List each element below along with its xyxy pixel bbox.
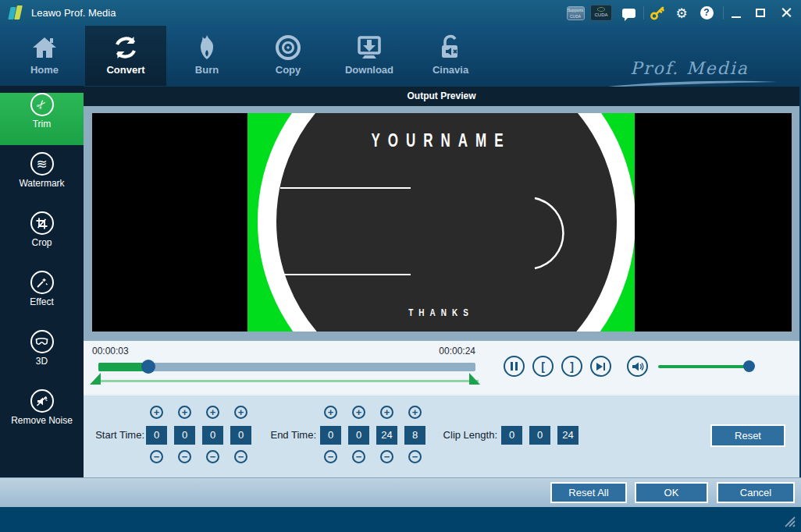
progress-fill bbox=[98, 363, 147, 371]
sidebar-item-watermark[interactable]: ≋ Watermark bbox=[0, 152, 84, 204]
start-hours-value[interactable]: 0 bbox=[146, 426, 167, 445]
tab-label: Burn bbox=[166, 64, 247, 76]
increment-button[interactable]: + bbox=[352, 406, 365, 419]
tab-convert[interactable]: Convert bbox=[85, 26, 166, 86]
copy-disc-icon bbox=[273, 33, 303, 62]
increment-button[interactable]: + bbox=[380, 406, 393, 419]
tab-home[interactable]: Home bbox=[4, 26, 85, 86]
decrement-button[interactable]: − bbox=[178, 450, 191, 463]
progress-thumb[interactable] bbox=[141, 360, 155, 374]
increment-button[interactable]: + bbox=[234, 406, 247, 419]
end-minutes-value[interactable]: 0 bbox=[348, 426, 369, 445]
play-clip-icon bbox=[596, 363, 605, 371]
tab-cinavia[interactable]: Cinavia bbox=[410, 26, 491, 86]
cinavia-unlock-icon bbox=[436, 33, 465, 62]
effect-wand-icon bbox=[30, 271, 54, 294]
tab-copy[interactable]: Copy bbox=[247, 26, 329, 86]
trim-range-track bbox=[94, 380, 479, 382]
cancel-button[interactable]: Cancel bbox=[717, 482, 795, 503]
increment-button[interactable]: + bbox=[178, 406, 191, 419]
sidebar-item-remove-noise[interactable]: Remove Noise bbox=[0, 389, 84, 442]
end-frames-value[interactable]: 8 bbox=[404, 426, 425, 445]
output-preview-header: Output Preview bbox=[84, 87, 799, 106]
sidebar-item-crop[interactable]: Crop bbox=[0, 211, 84, 264]
trim-end-handle[interactable] bbox=[469, 373, 480, 385]
convert-icon bbox=[111, 33, 141, 62]
decrement-button[interactable]: − bbox=[206, 450, 219, 463]
status-footer bbox=[0, 507, 801, 532]
video-name-text: YOURNAME bbox=[247, 130, 635, 153]
nvidia-eye-icon bbox=[597, 7, 605, 12]
decrement-button[interactable]: − bbox=[150, 450, 163, 463]
feedback-chat-icon[interactable] bbox=[621, 0, 636, 26]
pause-button[interactable] bbox=[504, 356, 525, 377]
titlebar-separator bbox=[723, 6, 724, 20]
reset-all-button[interactable]: Reset All bbox=[550, 482, 627, 503]
window-title: Leawo Prof. Media bbox=[31, 0, 116, 26]
home-icon bbox=[30, 33, 59, 62]
tab-label: Download bbox=[329, 64, 410, 76]
close-button[interactable] bbox=[776, 0, 796, 26]
bracket-open-icon: [ bbox=[541, 361, 545, 372]
clip-hours-value: 0 bbox=[501, 426, 522, 445]
end-seconds-value[interactable]: 24 bbox=[376, 426, 397, 445]
sidebar-item-effect[interactable]: Effect bbox=[0, 271, 84, 323]
trim-start-handle[interactable] bbox=[90, 373, 101, 385]
titlebar: Leawo Prof. Media Supports CUDA CUDA ⚙ ? bbox=[0, 0, 801, 26]
minimize-button[interactable] bbox=[728, 0, 745, 26]
speaker-icon bbox=[632, 361, 644, 372]
play-clip-button[interactable] bbox=[590, 356, 611, 377]
start-minutes-value[interactable]: 0 bbox=[174, 426, 195, 445]
decrement-button[interactable]: − bbox=[380, 450, 393, 463]
3d-glasses-icon bbox=[30, 330, 54, 353]
clip-minutes-value: 0 bbox=[529, 426, 550, 445]
progress-bar[interactable] bbox=[98, 363, 475, 371]
set-end-button[interactable]: ] bbox=[561, 356, 582, 377]
decrement-button[interactable]: − bbox=[408, 450, 422, 463]
sidebar-item-trim[interactable]: ✂ Trim bbox=[0, 93, 84, 145]
increment-button[interactable]: + bbox=[324, 406, 337, 419]
tab-download[interactable]: Download bbox=[329, 26, 410, 86]
action-bar: Reset All OK Cancel bbox=[0, 477, 801, 507]
start-frames-value[interactable]: 0 bbox=[230, 426, 251, 445]
maximize-button[interactable] bbox=[751, 0, 770, 26]
increment-button[interactable]: + bbox=[206, 406, 219, 419]
sidebar-item-3d[interactable]: 3D bbox=[0, 330, 84, 382]
settings-gear-icon[interactable]: ⚙ bbox=[673, 0, 690, 26]
app-window: Leawo Prof. Media Supports CUDA CUDA ⚙ ?… bbox=[0, 0, 801, 532]
edit-sidebar: ✂ Trim ≋ Watermark Crop Effect bbox=[0, 86, 84, 477]
timeline-row: 00:00:03 00:00:24 [ ] bbox=[84, 341, 799, 394]
register-key-icon[interactable] bbox=[648, 0, 667, 26]
video-thanks-text: THANKS bbox=[247, 307, 635, 317]
video-arc-graphic bbox=[529, 195, 575, 273]
start-seconds-value[interactable]: 0 bbox=[202, 426, 223, 445]
tab-burn[interactable]: Burn bbox=[166, 26, 247, 86]
decrement-button[interactable]: − bbox=[352, 450, 365, 463]
decrement-button[interactable]: − bbox=[234, 450, 247, 463]
download-icon bbox=[354, 33, 384, 62]
volume-slider[interactable] bbox=[658, 365, 753, 368]
trim-scissors-icon: ✂ bbox=[30, 93, 54, 116]
pause-icon bbox=[511, 362, 518, 371]
video-content: YOURNAME THANKS bbox=[247, 113, 635, 332]
remove-noise-icon bbox=[30, 389, 54, 413]
trim-settings-panel: Start Time: + 0 − + 0 − + 0 − + 0 − End … bbox=[84, 394, 799, 477]
help-icon[interactable]: ? bbox=[698, 0, 715, 26]
current-time-label: 00:00:03 bbox=[92, 346, 129, 356]
clip-seconds-value: 24 bbox=[557, 426, 578, 445]
volume-button[interactable] bbox=[627, 356, 648, 377]
tab-label: Home bbox=[4, 64, 85, 76]
video-line-top bbox=[280, 187, 411, 189]
crop-icon bbox=[30, 211, 54, 235]
reset-button[interactable]: Reset bbox=[710, 424, 785, 447]
volume-thumb[interactable] bbox=[743, 360, 755, 372]
tab-label: Copy bbox=[247, 64, 329, 76]
end-hours-value[interactable]: 0 bbox=[320, 426, 341, 445]
increment-button[interactable]: + bbox=[150, 406, 163, 419]
end-time-label: End Time: bbox=[257, 429, 316, 441]
decrement-button[interactable]: − bbox=[324, 450, 337, 463]
increment-button[interactable]: + bbox=[408, 406, 422, 419]
ok-button[interactable]: OK bbox=[635, 482, 708, 503]
set-start-button[interactable]: [ bbox=[532, 356, 554, 377]
resize-grip[interactable] bbox=[781, 513, 796, 527]
